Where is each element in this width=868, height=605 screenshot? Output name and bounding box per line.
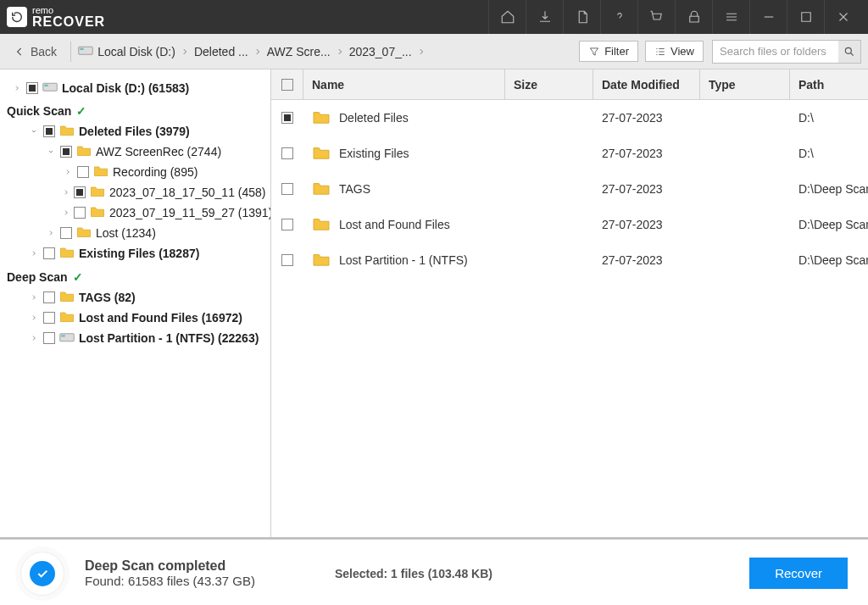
- filter-button[interactable]: Filter: [579, 41, 638, 62]
- deep-scan-label: Deep Scan✓: [7, 270, 264, 284]
- folder-icon: [312, 180, 331, 198]
- folder-icon: [93, 164, 108, 180]
- svg-rect-3: [43, 83, 58, 91]
- file-row[interactable]: Deleted Files 27-07-2023 D:\: [271, 100, 868, 136]
- chevron-icon: [46, 230, 56, 236]
- row-checkbox[interactable]: [281, 254, 293, 266]
- breadcrumb-item[interactable]: AWZ Scre...: [267, 45, 331, 58]
- minimize-icon[interactable]: [749, 0, 787, 34]
- tree-item[interactable]: Existing Files (18287): [7, 243, 264, 264]
- svg-rect-0: [79, 47, 93, 54]
- row-checkbox[interactable]: [281, 112, 293, 124]
- chevron-icon: [63, 169, 73, 175]
- file-row[interactable]: Lost Partition - 1 (NTFS) 27-07-2023 D:\…: [271, 242, 868, 278]
- column-date[interactable]: Date Modified: [593, 69, 700, 99]
- brand-name-big: RECOVER: [32, 15, 105, 29]
- lock-icon[interactable]: [675, 0, 712, 34]
- checkbox[interactable]: [43, 332, 55, 344]
- chevron-icon: [29, 314, 39, 321]
- checkbox[interactable]: [43, 247, 55, 259]
- checkbox[interactable]: [74, 186, 86, 198]
- tree-item[interactable]: Recording (895): [7, 162, 264, 182]
- svg-point-2: [845, 47, 851, 53]
- tree-item[interactable]: Deleted Files (3979): [7, 121, 264, 142]
- folder-icon: [312, 145, 331, 163]
- cart-icon[interactable]: [637, 0, 675, 34]
- disk-icon: [42, 80, 58, 95]
- tree-label: Recording (895): [113, 165, 198, 179]
- checkbox[interactable]: [77, 166, 89, 178]
- folder-icon: [59, 310, 75, 325]
- chevron-icon: [29, 128, 39, 135]
- checkbox[interactable]: [43, 291, 55, 303]
- back-label: Back: [31, 45, 57, 58]
- column-name[interactable]: Name: [303, 69, 505, 99]
- folder-icon: [59, 246, 75, 261]
- chevron-right-icon: [336, 47, 344, 56]
- file-path: D:\Deep Scan: [790, 182, 868, 196]
- footer: Deep Scan completed Found: 61583 files (…: [0, 539, 868, 605]
- menu-icon[interactable]: [712, 0, 749, 34]
- view-button[interactable]: View: [645, 41, 704, 62]
- file-path: D:\Deep Scan: [790, 253, 868, 267]
- folder-icon: [312, 216, 331, 234]
- close-icon[interactable]: [824, 0, 861, 34]
- file-row[interactable]: Lost and Found Files 27-07-2023 D:\Deep …: [271, 207, 868, 242]
- file-name: Deleted Files: [339, 111, 409, 125]
- breadcrumb-item[interactable]: Deleted ...: [194, 45, 248, 58]
- checkbox[interactable]: [43, 312, 55, 324]
- search-button[interactable]: [838, 41, 860, 63]
- chevron-right-icon: [253, 47, 262, 56]
- tree-item[interactable]: AWZ ScreenRec (2744): [7, 142, 264, 162]
- tree-item[interactable]: Lost Partition - 1 (NTFS) (22263): [7, 328, 264, 348]
- toolbar: Back Local Disk (D:) Deleted ... AWZ Scr…: [0, 34, 868, 69]
- row-checkbox[interactable]: [281, 183, 293, 195]
- tree-label: Lost Partition - 1 (NTFS) (22263): [79, 331, 259, 345]
- tree-item[interactable]: TAGS (82): [7, 287, 264, 308]
- title-icons: [488, 0, 861, 34]
- select-all-checkbox[interactable]: [281, 79, 293, 91]
- file-name: Lost and Found Files: [339, 218, 450, 231]
- checkbox[interactable]: [43, 125, 55, 137]
- home-icon[interactable]: [488, 0, 526, 34]
- download-icon[interactable]: [526, 0, 563, 34]
- tree-label: 2023_07_19_11_59_27 (1391): [109, 206, 271, 219]
- folder-icon: [76, 144, 92, 159]
- checkbox[interactable]: [60, 227, 72, 239]
- tree-item[interactable]: 2023_07_18_17_50_11 (458): [7, 182, 264, 203]
- file-list: Name Size Date Modified Type Path Delete…: [271, 69, 868, 537]
- back-button[interactable]: Back: [7, 42, 64, 62]
- file-path: D:\Deep Scan: [790, 218, 868, 231]
- chevron-icon: [63, 209, 70, 216]
- tree-item[interactable]: 2023_07_19_11_59_27 (1391): [7, 203, 264, 223]
- folder-icon: [312, 252, 331, 269]
- column-size[interactable]: Size: [505, 69, 593, 99]
- maximize-icon[interactable]: [787, 0, 824, 34]
- file-date: 27-07-2023: [593, 253, 700, 267]
- checkbox[interactable]: [26, 82, 38, 94]
- breadcrumb-item[interactable]: 2023_07_...: [349, 45, 412, 58]
- file-row[interactable]: Existing Files 27-07-2023 D:\: [271, 136, 868, 171]
- file-row[interactable]: TAGS 27-07-2023 D:\Deep Scan: [271, 171, 868, 207]
- tree-item[interactable]: Lost (1234): [7, 223, 264, 243]
- column-type[interactable]: Type: [700, 69, 790, 99]
- recover-button[interactable]: Recover: [749, 558, 848, 589]
- found-info: Found: 61583 files (43.37 GB): [85, 574, 255, 588]
- folder-icon: [312, 109, 331, 127]
- row-checkbox[interactable]: [281, 147, 293, 159]
- row-checkbox[interactable]: [281, 219, 293, 230]
- file-name: Lost Partition - 1 (NTFS): [339, 253, 468, 267]
- checkbox[interactable]: [60, 146, 72, 158]
- document-icon[interactable]: [563, 0, 600, 34]
- tree-root[interactable]: Local Disk (D:) (61583): [7, 78, 264, 97]
- column-path[interactable]: Path: [790, 69, 868, 99]
- breadcrumb-item-disk[interactable]: Local Disk (D:): [78, 44, 175, 58]
- tree-item[interactable]: Lost and Found Files (16972): [7, 308, 264, 328]
- file-name: Existing Files: [339, 147, 409, 160]
- tree-label: Deleted Files (3979): [79, 125, 190, 138]
- checkbox[interactable]: [74, 207, 86, 219]
- help-icon[interactable]: [600, 0, 637, 34]
- folder-icon: [59, 124, 75, 139]
- chevron-right-icon: [12, 85, 22, 92]
- tree-label: Existing Files (18287): [79, 247, 199, 260]
